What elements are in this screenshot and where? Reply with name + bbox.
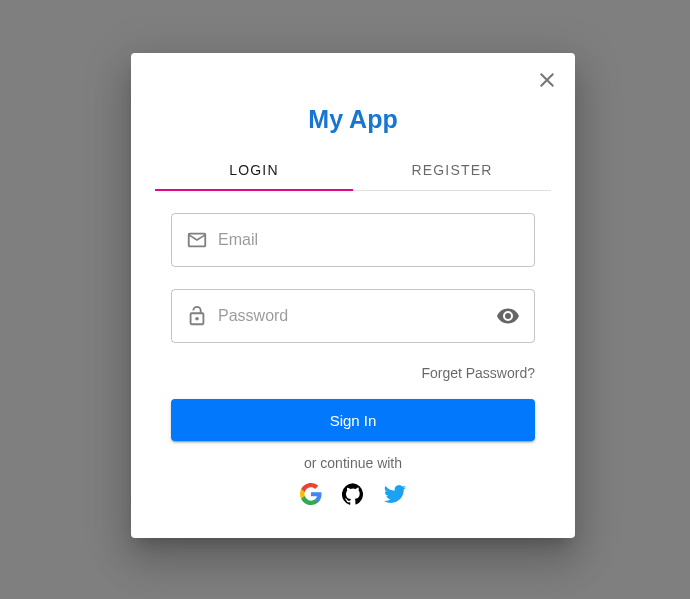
close-icon — [535, 68, 559, 95]
password-field-box — [171, 289, 535, 343]
dialog-header — [131, 53, 575, 101]
forgot-password-link[interactable]: Forget Password? — [171, 365, 535, 381]
email-field-box — [171, 213, 535, 267]
tab-register[interactable]: REGISTER — [353, 150, 551, 190]
app-title: My App — [155, 105, 551, 134]
sign-in-button[interactable]: Sign In — [171, 399, 535, 441]
tab-login-label: LOGIN — [229, 162, 279, 178]
continue-with-label: or continue with — [171, 455, 535, 471]
auth-tabs: LOGIN REGISTER — [155, 150, 551, 191]
tab-indicator — [155, 189, 353, 191]
twitter-icon — [384, 483, 406, 508]
login-dialog: My App LOGIN REGISTER — [131, 53, 575, 538]
password-field[interactable] — [218, 307, 496, 325]
tab-login[interactable]: LOGIN — [155, 150, 353, 190]
google-icon — [300, 483, 322, 508]
twitter-login-button[interactable] — [383, 483, 407, 507]
github-icon — [342, 483, 364, 508]
email-field[interactable] — [218, 231, 520, 249]
email-field-wrap — [171, 213, 535, 267]
tab-register-label: REGISTER — [411, 162, 492, 178]
github-login-button[interactable] — [341, 483, 365, 507]
dialog-content: My App LOGIN REGISTER — [131, 101, 575, 525]
login-form: Forget Password? Sign In or continue wit… — [155, 191, 551, 507]
mail-icon — [186, 229, 208, 251]
lock-icon — [186, 305, 208, 327]
close-button[interactable] — [527, 61, 567, 101]
password-field-wrap — [171, 289, 535, 343]
google-login-button[interactable] — [299, 483, 323, 507]
eye-icon[interactable] — [496, 304, 520, 328]
social-login-row — [171, 483, 535, 507]
